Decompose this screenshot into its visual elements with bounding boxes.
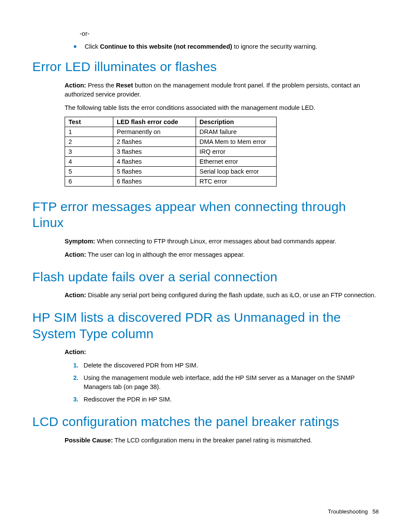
table-cell: 6 flashes — [113, 176, 196, 186]
table-row: 66 flashesRTC error — [65, 176, 277, 186]
table-cell: RTC error — [196, 176, 277, 186]
action-text: Action: Press the Reset button on the ma… — [65, 81, 379, 99]
table-cell: IRQ error — [196, 146, 277, 156]
table-cell: 2 flashes — [113, 137, 196, 146]
table-cell: DRAM failure — [196, 127, 277, 137]
action-text: Action: Disable any serial port being co… — [65, 291, 379, 300]
bullet-text: Click Continue to this website (not reco… — [84, 42, 317, 51]
action-text: Action: The user can log in although the… — [65, 250, 379, 259]
table-header: Test — [65, 117, 113, 127]
footer-section: Troubleshooting — [328, 508, 368, 515]
bullet-icon: ● — [73, 42, 77, 51]
list-number: 3. — [73, 395, 84, 404]
list-number: 1. — [73, 361, 84, 370]
table-row: 55 flashesSerial loop back error — [65, 166, 277, 176]
table-cell: 6 — [65, 176, 113, 186]
or-text: -or- — [80, 30, 379, 37]
table-cell: 3 flashes — [113, 146, 196, 156]
table-cell: 4 flashes — [113, 156, 196, 166]
table-cell: 5 — [65, 166, 113, 176]
table-row: 33 flashesIRQ error — [65, 146, 277, 156]
symptom-text: Symptom: When connecting to FTP through … — [65, 237, 379, 246]
heading-ftp-error: FTP error messages appear when connectin… — [32, 199, 379, 231]
list-text: Rediscover the PDR in HP SIM. — [84, 395, 171, 404]
table-cell: Serial loop back error — [196, 166, 277, 176]
table-cell: 1 — [65, 127, 113, 137]
list-item: 1.Delete the discovered PDR from HP SIM. — [73, 361, 379, 370]
table-row: 22 flashesDMA Mem to Mem error — [65, 137, 277, 146]
list-text: Delete the discovered PDR from HP SIM. — [84, 361, 198, 370]
table-header: Description — [196, 117, 277, 127]
action-label: Action: — [65, 348, 379, 357]
table-cell: 5 flashes — [113, 166, 196, 176]
table-cell: DMA Mem to Mem error — [196, 137, 277, 146]
table-header-row: Test LED flash error code Description — [65, 117, 277, 127]
heading-lcd-config: LCD configuration matches the panel brea… — [32, 414, 379, 430]
footer-page-number: 58 — [373, 508, 379, 515]
table-intro: The following table lists the error cond… — [65, 103, 379, 112]
table-cell: 4 — [65, 156, 113, 166]
page-footer: Troubleshooting 58 — [328, 508, 379, 515]
table-cell: Permanently on — [113, 127, 196, 137]
table-row: 1Permanently onDRAM failure — [65, 127, 277, 137]
error-code-table: Test LED flash error code Description 1P… — [65, 117, 277, 187]
table-row: 44 flashesEthernet error — [65, 156, 277, 166]
heading-error-led: Error LED illuminates or flashes — [32, 59, 379, 75]
list-text: Using the management module web interfac… — [84, 373, 379, 392]
document-page: -or- ● Click Continue to this website (n… — [0, 0, 411, 532]
table-header: LED flash error code — [113, 117, 196, 127]
list-item: 2.Using the management module web interf… — [73, 373, 379, 392]
heading-flash-update: Flash update fails over a serial connect… — [32, 269, 379, 285]
list-item: 3.Rediscover the PDR in HP SIM. — [73, 395, 379, 404]
possible-cause-text: Possible Cause: The LCD configuration me… — [65, 436, 379, 445]
list-number: 2. — [73, 373, 84, 392]
ordered-steps: 1.Delete the discovered PDR from HP SIM.… — [73, 361, 379, 404]
table-cell: 3 — [65, 146, 113, 156]
table-cell: Ethernet error — [196, 156, 277, 166]
table-cell: 2 — [65, 137, 113, 146]
heading-hp-sim: HP SIM lists a discovered PDR as Unmanag… — [32, 309, 379, 342]
bullet-item: ● Click Continue to this website (not re… — [73, 42, 379, 51]
